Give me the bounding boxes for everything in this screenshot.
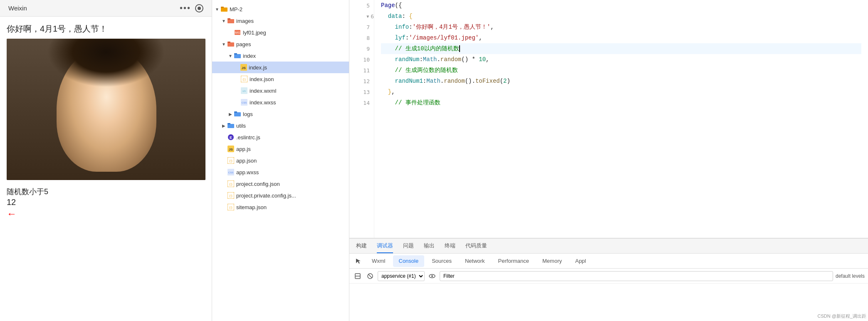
tree-item-utils[interactable]: ▶ utils xyxy=(212,120,349,131)
svg-rect-0 xyxy=(221,7,228,12)
tree-label-index: index xyxy=(243,53,256,59)
tab-sources-label: Sources xyxy=(432,258,452,264)
line-num-6-text: 6 xyxy=(371,13,374,20)
tab-code-quality[interactable]: 代码质量 xyxy=(465,239,487,253)
tree-item-eslintrc[interactable]: E .eslintrc.js xyxy=(212,131,349,143)
code-token: '/images/lyf01.jpeg' xyxy=(409,35,479,41)
tree-item-project-private[interactable]: {·} project.private.config.js... xyxy=(212,190,349,201)
code-token: data xyxy=(388,13,402,20)
tab-network[interactable]: Network xyxy=(459,255,491,267)
code-token: : xyxy=(409,24,412,30)
tree-item-sitemap[interactable]: {·} sitemap.json xyxy=(212,201,349,213)
code-token: . xyxy=(440,78,444,84)
js-file-icon: JS xyxy=(240,64,247,71)
line-num-12: 12 xyxy=(349,76,374,86)
tree-item-logs[interactable]: ▶ logs xyxy=(212,108,349,120)
code-token: , xyxy=(490,24,494,30)
code-token: } xyxy=(388,89,391,95)
folder-icon-utils xyxy=(227,122,235,129)
tree-arrow-eslintrc xyxy=(220,134,227,141)
tree-item-index-wxss[interactable]: CSS index.wxss xyxy=(212,96,349,108)
tree-arrow-mp2: ▼ xyxy=(214,6,220,12)
tree-arrow-project-config xyxy=(220,180,227,187)
tree-item-pages[interactable]: ▼ pages xyxy=(212,38,349,50)
tree-arrow-index-wxml xyxy=(234,87,240,94)
svg-rect-6 xyxy=(228,42,234,47)
cursor-tool-icon[interactable] xyxy=(353,255,364,267)
tree-item-index-json[interactable]: {·} index.json xyxy=(212,73,349,85)
tree-item-index-js[interactable]: JS index.js xyxy=(212,62,349,73)
appjson-file-icon: {·} xyxy=(227,157,235,164)
line-num-7: 7 xyxy=(349,22,374,32)
tab-application[interactable]: Appl xyxy=(569,255,592,267)
code-token: info xyxy=(395,24,409,30)
code-token xyxy=(381,89,388,95)
tree-label-lyf01: lyf01.jpeg xyxy=(243,30,266,36)
folder-icon-index xyxy=(234,52,241,59)
tab-build[interactable]: 构建 xyxy=(356,239,367,253)
tree-item-app-js[interactable]: JS app.js xyxy=(212,143,349,155)
tree-arrow-index-wxss xyxy=(234,99,240,106)
tab-console[interactable]: Console xyxy=(393,255,425,267)
tab-performance[interactable]: Performance xyxy=(492,255,535,267)
text-cursor xyxy=(459,45,460,52)
tree-item-project-config[interactable]: {·} project.config.json xyxy=(212,178,349,190)
tree-arrow-utils: ▶ xyxy=(220,122,227,129)
code-token: : xyxy=(406,35,409,41)
tab-memory-label: Memory xyxy=(542,258,562,264)
tree-item-lyf01[interactable]: IMG lyf01.jpeg xyxy=(212,27,349,38)
tree-item-index[interactable]: ▼ index xyxy=(212,50,349,62)
filter-input[interactable] xyxy=(440,271,833,281)
tab-build-label: 构建 xyxy=(356,242,367,249)
wxss-file-icon: CSS xyxy=(240,99,248,106)
block-icon-btn[interactable] xyxy=(353,271,363,281)
tab-output[interactable]: 输出 xyxy=(424,239,435,253)
tree-item-images[interactable]: ▼ images xyxy=(212,15,349,27)
tab-wxml-label: Wxml xyxy=(372,258,386,264)
tab-wxml[interactable]: Wxml xyxy=(366,255,391,267)
code-token: Math xyxy=(426,78,440,84)
tree-item-mp2[interactable]: ▼ MP-2 xyxy=(212,3,349,15)
tab-terminal[interactable]: 终端 xyxy=(445,239,455,253)
right-panel: 5 ▼ 6 7 8 9 10 11 12 13 14 Page({ xyxy=(349,0,868,321)
random-label: 随机数小于5 xyxy=(7,187,205,197)
line-num-11: 11 xyxy=(349,65,374,76)
tree-item-index-wxml[interactable]: </> index.wxml xyxy=(212,85,349,96)
eslint-file-icon: E xyxy=(227,133,235,141)
tab-problems[interactable]: 问题 xyxy=(403,239,414,253)
code-token xyxy=(381,67,395,74)
code-token: { xyxy=(398,2,402,9)
record-icon[interactable] xyxy=(195,4,203,12)
svg-text:JS: JS xyxy=(229,148,233,151)
line-num-10: 10 xyxy=(349,54,374,65)
code-token xyxy=(381,45,395,52)
eye-icon-btn[interactable] xyxy=(427,271,437,281)
tree-arrow-project-private xyxy=(220,192,227,199)
tree-arrow-index-json xyxy=(234,76,240,82)
simulator-header: Weixin ••• xyxy=(0,0,212,17)
collapse-arrow-6[interactable]: ▼ xyxy=(366,14,371,19)
tree-label-pages: pages xyxy=(236,41,251,47)
tab-terminal-label: 终端 xyxy=(445,242,455,249)
code-token: randNum xyxy=(395,56,420,63)
tab-debugger[interactable]: 调试器 xyxy=(377,239,393,253)
line-num-13: 13 xyxy=(349,86,374,97)
line-num-5: 5 xyxy=(349,0,374,11)
portrait-image xyxy=(7,39,205,180)
tree-item-app-wxss[interactable]: CSS app.wxss xyxy=(212,166,349,178)
tab-sources[interactable]: Sources xyxy=(426,255,457,267)
tree-arrow-index-js xyxy=(234,64,240,71)
code-token: , xyxy=(391,89,395,95)
more-icon[interactable]: ••• xyxy=(180,3,191,13)
code-line-9: // 生成10以内的随机数 xyxy=(381,43,861,54)
code-token: , xyxy=(479,35,482,41)
watermark: CSDN @新征程_调出距 xyxy=(817,313,866,319)
appservice-select[interactable]: appservice (#1) xyxy=(378,271,425,281)
tree-arrow-lyf01 xyxy=(227,29,234,36)
code-token: '你好啊，4月1号，愚人节！' xyxy=(413,23,491,31)
clear-icon-btn[interactable] xyxy=(365,271,375,281)
line-num-6: ▼ 6 xyxy=(349,11,374,22)
tab-memory[interactable]: Memory xyxy=(537,255,568,267)
code-token: lyf xyxy=(395,35,406,41)
tree-item-app-json[interactable]: {·} app.json xyxy=(212,155,349,166)
